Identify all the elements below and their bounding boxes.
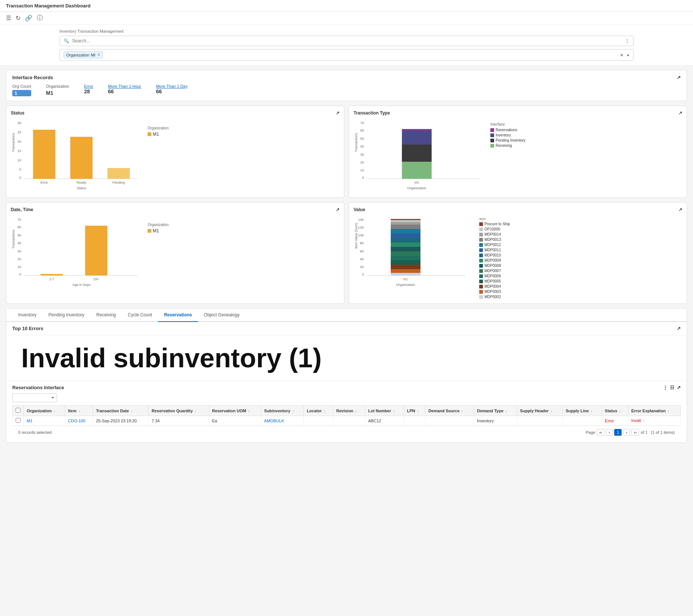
- cell-demand-type: Inventory: [474, 416, 517, 426]
- svg-rect-59: [391, 265, 420, 269]
- tab-reservations[interactable]: Reservations: [158, 309, 198, 322]
- col-status: Status ↕: [602, 406, 628, 416]
- svg-text:Item Value (Sum): Item Value (Sum): [354, 223, 358, 249]
- sort-icon[interactable]: ↕: [551, 409, 552, 413]
- svg-text:10: 10: [17, 265, 21, 269]
- svg-text:Error: Error: [41, 181, 48, 184]
- org-link[interactable]: M1: [27, 419, 32, 423]
- tab-inventory[interactable]: Inventory: [12, 309, 42, 322]
- row-checkbox[interactable]: [16, 418, 20, 423]
- svg-rect-65: [391, 238, 420, 242]
- reservations-expand-icon[interactable]: ↗: [677, 385, 681, 390]
- table-body: M1 CDO-100 25-Sep-2023 23:19:20 7.34 Ea …: [13, 416, 681, 426]
- svg-rect-28: [402, 130, 432, 145]
- metric-link[interactable]: More Than 1 Hour: [108, 84, 141, 88]
- col-supply-line: Supply Line ↕: [563, 406, 602, 416]
- chart-expand-icon[interactable]: ↗: [679, 207, 682, 212]
- row-more-icon[interactable]: ⋮: [642, 418, 646, 423]
- sort-icon[interactable]: ↕: [324, 409, 326, 413]
- expand-icon[interactable]: ↗: [677, 75, 681, 80]
- metric-error: Error 28: [84, 84, 93, 96]
- charts-row-2: Date, Time ↗ 70 60 50 40 30 20 10 0 Tran…: [6, 202, 687, 304]
- sort-icon[interactable]: ↕: [248, 409, 250, 413]
- svg-text:14K: 14K: [358, 218, 364, 222]
- pagination: Page ‹‹ ‹ 1 › ›› of 1 (1 of 1 items): [586, 429, 675, 436]
- value-chart: Value ↗ 14K 12K 10K 8K 6K 4K 2K 0 Item V…: [349, 202, 687, 304]
- datetime-chart: Date, Time ↗ 70 60 50 40 30 20 10 0 Tran…: [6, 202, 344, 304]
- svg-rect-57: [391, 273, 420, 275]
- tab-pending-inventory[interactable]: Pending Inventory: [42, 309, 90, 322]
- svg-rect-27: [402, 145, 432, 162]
- subinventory-link[interactable]: AMOBULK: [264, 419, 284, 423]
- tab-object-genealogy[interactable]: Object Genealogy: [198, 309, 246, 322]
- chart-expand-icon[interactable]: ↗: [336, 207, 339, 212]
- svg-rect-71: [391, 219, 420, 220]
- first-page-button[interactable]: ‹‹: [597, 429, 605, 436]
- menu-icon[interactable]: ☰: [6, 14, 11, 22]
- col-locator: Locator ↕: [304, 406, 333, 416]
- svg-rect-60: [391, 260, 420, 265]
- bottom-section: Inventory Pending Inventory Receiving Cy…: [6, 308, 687, 443]
- svg-rect-11: [107, 168, 130, 179]
- sort-icon[interactable]: ↕: [461, 409, 463, 413]
- reservations-grid-icon[interactable]: ☷: [670, 385, 674, 390]
- interface-records-panel: Interface Records ↗ Org Count 1 Organiza…: [6, 70, 687, 101]
- prev-page-button[interactable]: ‹: [606, 429, 613, 436]
- sort-icon[interactable]: ↕: [417, 409, 419, 413]
- top10-expand-icon[interactable]: ↗: [677, 326, 681, 331]
- search-input[interactable]: [72, 38, 622, 43]
- clock-icon[interactable]: ●: [627, 52, 629, 58]
- sort-icon[interactable]: ↕: [619, 409, 621, 413]
- svg-text:0: 0: [19, 176, 21, 180]
- sort-icon[interactable]: ↕: [591, 409, 593, 413]
- star-icon[interactable]: ★: [620, 52, 624, 58]
- charts-row-1: Status ↗ 30 25 20 15 10 5 0 Transactions: [6, 106, 687, 198]
- sort-icon[interactable]: ↕: [78, 409, 80, 413]
- chart-expand-icon[interactable]: ↗: [336, 110, 339, 116]
- svg-rect-66: [391, 233, 420, 238]
- svg-text:29+: 29+: [93, 277, 99, 281]
- svg-text:30: 30: [360, 153, 364, 157]
- tab-cycle-count[interactable]: Cycle Count: [122, 309, 158, 322]
- share-icon[interactable]: 🔗: [25, 14, 32, 22]
- filter-select[interactable]: [12, 393, 57, 402]
- sort-icon[interactable]: ↕: [393, 409, 395, 413]
- metric-link[interactable]: More Than 1 Day: [156, 84, 188, 88]
- svg-text:0: 0: [362, 176, 364, 180]
- col-select-all: [13, 406, 24, 416]
- reservations-options-icon[interactable]: ⋮: [663, 385, 668, 390]
- col-reservation-uom: Reservation UOM ↕: [209, 406, 261, 416]
- last-page-button[interactable]: ››: [631, 429, 639, 436]
- sort-icon[interactable]: ↕: [195, 409, 197, 413]
- table-footer: 0 records selected Page ‹‹ ‹ 1 › ›› of 1…: [12, 426, 681, 439]
- sort-icon[interactable]: ↕: [355, 409, 357, 413]
- top10-header: Top 10 Errors ↗: [6, 322, 687, 335]
- metric-link[interactable]: Error: [84, 84, 93, 88]
- item-link[interactable]: CDO-100: [68, 419, 85, 423]
- filter-remove-icon[interactable]: ✕: [97, 52, 100, 57]
- sort-icon[interactable]: ↕: [667, 409, 669, 413]
- current-page-button[interactable]: 1: [614, 429, 622, 436]
- sort-icon[interactable]: ↕: [131, 409, 133, 413]
- next-page-button[interactable]: ›: [623, 429, 630, 436]
- tab-receiving[interactable]: Receiving: [90, 309, 122, 322]
- svg-text:70: 70: [360, 121, 364, 125]
- sort-icon[interactable]: ↕: [54, 409, 55, 413]
- svg-text:Pending: Pending: [112, 181, 125, 184]
- sort-icon[interactable]: ↕: [292, 409, 294, 413]
- svg-rect-70: [391, 220, 420, 222]
- col-item: Item ↕: [65, 406, 93, 416]
- datetime-svg: 70 60 50 40 30 20 10 0 Transactions 1-7 …: [11, 215, 145, 290]
- metric-more-1hr: More Than 1 Hour 66: [108, 84, 141, 96]
- select-all-checkbox[interactable]: [16, 408, 20, 413]
- search-options-icon[interactable]: ⋮: [625, 38, 629, 43]
- undo-icon[interactable]: ↻: [16, 14, 20, 22]
- chart-expand-icon[interactable]: ↗: [679, 110, 682, 116]
- svg-text:Organization: Organization: [396, 283, 415, 287]
- col-subinventory: Subinventory ↕: [261, 406, 304, 416]
- info-icon[interactable]: ⓘ: [37, 14, 43, 22]
- error-link[interactable]: Invali: [631, 418, 641, 423]
- svg-rect-64: [391, 242, 420, 247]
- reservations-title: Reservations Interface ⋮ ☷ ↗: [12, 385, 681, 390]
- sort-icon[interactable]: ↕: [505, 409, 507, 413]
